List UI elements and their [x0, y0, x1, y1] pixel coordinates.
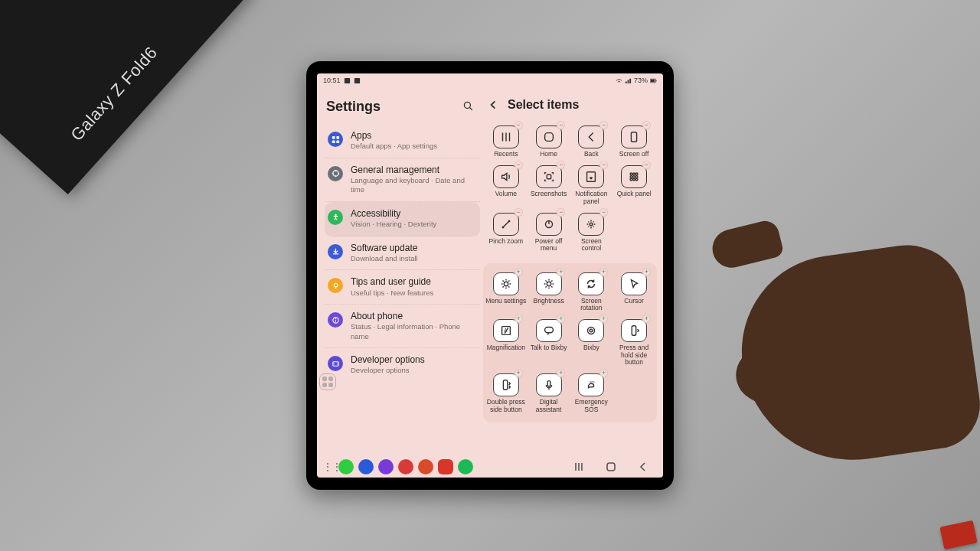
settings-item-developer[interactable]: Developer optionsDeveloper options — [325, 348, 480, 382]
remove-badge-icon[interactable]: − — [599, 208, 608, 217]
settings-item-accessibility[interactable]: AccessibilityVision · Hearing · Dexterit… — [325, 202, 480, 236]
taskbar-app-5[interactable] — [418, 459, 433, 474]
add-badge-icon[interactable]: + — [514, 369, 523, 377]
item-screen-control[interactable]: −Screen control — [570, 210, 612, 256]
svg-text:sos: sos — [590, 380, 595, 384]
current-items-grid: −Recents −Home −Back −Screen off −Volume… — [483, 119, 657, 259]
item-notification-panel[interactable]: −Notification panel — [570, 162, 612, 208]
add-badge-icon[interactable]: + — [599, 315, 608, 323]
settings-item-title: Developer options — [351, 354, 477, 365]
home-icon — [542, 130, 556, 144]
settings-list[interactable]: AppsDefault apps · App settings General … — [325, 124, 480, 456]
add-badge-icon[interactable]: + — [514, 268, 523, 276]
nav-back[interactable] — [637, 461, 649, 473]
hand-overlay — [681, 161, 980, 482]
remove-badge-icon[interactable]: − — [514, 208, 523, 217]
item-volume[interactable]: −Volume — [485, 162, 528, 208]
item-label: Screen off — [619, 151, 649, 158]
power-icon — [542, 217, 556, 231]
item-digital-assistant[interactable]: +Digital assistant — [528, 370, 570, 416]
item-label: Bixby — [583, 344, 599, 351]
settings-item-software-update[interactable]: Software updateDownload and install — [325, 236, 480, 271]
item-screenoff[interactable]: −Screen off — [612, 122, 655, 161]
item-recents[interactable]: −Recents — [485, 122, 528, 161]
svg-rect-13 — [332, 253, 338, 254]
remove-badge-icon[interactable]: − — [514, 161, 523, 169]
settings-item-general[interactable]: General managementLanguage and keyboard … — [325, 158, 480, 202]
item-menu-settings[interactable]: +Menu settings — [485, 269, 528, 315]
add-badge-icon[interactable]: + — [642, 268, 651, 276]
svg-point-5 — [464, 102, 470, 108]
select-items-pane: Select items −Recents −Home −Back −Scree… — [483, 87, 663, 456]
item-brightness[interactable]: +Brightness — [528, 269, 570, 315]
add-badge-icon[interactable]: + — [514, 315, 523, 323]
remove-badge-icon[interactable]: − — [557, 208, 565, 217]
svg-point-17 — [335, 318, 335, 319]
taskbar-app-phone[interactable] — [338, 459, 354, 474]
svg-point-32 — [635, 179, 638, 181]
item-screenshots[interactable]: −Screenshots — [528, 162, 570, 208]
svg-point-14 — [334, 283, 338, 287]
item-pinch-zoom[interactable]: −Pinch zoom — [485, 210, 528, 256]
svg-point-31 — [633, 179, 635, 181]
item-power-off[interactable]: −Power off menu — [528, 210, 570, 256]
svg-point-26 — [635, 173, 638, 175]
taskbar-app-6[interactable] — [438, 459, 453, 474]
svg-rect-0 — [344, 77, 349, 83]
item-label: Press and hold side button — [613, 344, 655, 366]
status-bar: 10:51 73% — [317, 73, 663, 87]
add-badge-icon[interactable]: + — [599, 268, 608, 276]
screenshot-icon — [542, 170, 556, 184]
svg-point-40 — [588, 328, 595, 334]
taskbar-app-spotify[interactable] — [458, 459, 473, 474]
add-badge-icon[interactable]: + — [557, 315, 565, 323]
brightness-icon — [542, 277, 556, 291]
svg-rect-21 — [632, 132, 637, 142]
available-items-grid: +Menu settings +Brightness +Screen rotat… — [483, 263, 657, 422]
item-bixby[interactable]: +Bixby — [570, 316, 612, 369]
screenoff-icon — [627, 130, 641, 144]
item-quick-panel[interactable]: −Quick panel — [612, 162, 655, 208]
remove-badge-icon[interactable]: − — [514, 121, 523, 129]
item-home[interactable]: −Home — [528, 122, 570, 161]
taskbar-app-4[interactable] — [398, 459, 413, 474]
item-back[interactable]: −Back — [570, 122, 612, 161]
settings-item-tips[interactable]: Tips and user guideUseful tips · New fea… — [325, 270, 480, 305]
taskbar-app-browser[interactable] — [378, 459, 394, 474]
item-double-press[interactable]: +Double press side button — [485, 370, 528, 416]
remove-badge-icon[interactable]: − — [599, 161, 608, 169]
add-badge-icon[interactable]: + — [557, 369, 565, 377]
item-rotation[interactable]: +Screen rotation — [570, 269, 612, 315]
apps-drawer-icon[interactable]: ⋮⋮⋮ — [323, 461, 334, 472]
settings-item-sub: Vision · Hearing · Dexterity — [351, 220, 477, 229]
item-press-hold[interactable]: +Press and hold side button — [612, 316, 655, 369]
talk-bixby-icon — [542, 324, 556, 337]
svg-point-35 — [504, 282, 508, 285]
remove-badge-icon[interactable]: − — [642, 161, 651, 169]
remove-badge-icon[interactable]: − — [642, 121, 651, 129]
nav-recents[interactable] — [573, 461, 585, 473]
add-badge-icon[interactable]: + — [557, 268, 565, 276]
select-items-title: Select items — [508, 98, 579, 112]
add-badge-icon[interactable]: + — [599, 369, 608, 377]
remove-badge-icon[interactable]: − — [557, 161, 565, 169]
back-button[interactable] — [486, 98, 500, 112]
sos-icon: sos — [584, 378, 598, 392]
settings-item-about[interactable]: About phoneStatus · Legal information · … — [325, 305, 480, 348]
item-cursor[interactable]: +Cursor — [612, 269, 655, 315]
remove-badge-icon[interactable]: − — [599, 121, 608, 129]
settings-item-apps[interactable]: AppsDefault apps · App settings — [325, 124, 480, 158]
taskbar-app-messages[interactable] — [358, 459, 374, 474]
a11y-icon — [328, 210, 343, 225]
item-magnification[interactable]: +AMagnification — [485, 316, 528, 369]
search-button[interactable] — [460, 98, 477, 115]
nav-home[interactable] — [605, 461, 617, 473]
remove-badge-icon[interactable]: − — [557, 121, 565, 129]
svg-rect-43 — [503, 380, 507, 390]
item-label: Magnification — [487, 344, 525, 351]
svg-rect-1 — [354, 77, 359, 83]
item-emergency-sos[interactable]: +sosEmergency SOS — [570, 370, 612, 416]
item-talk-bixby[interactable]: +Talk to Bixby — [528, 316, 570, 369]
add-badge-icon[interactable]: + — [642, 315, 651, 323]
assistant-menu-handle[interactable] — [319, 373, 336, 390]
